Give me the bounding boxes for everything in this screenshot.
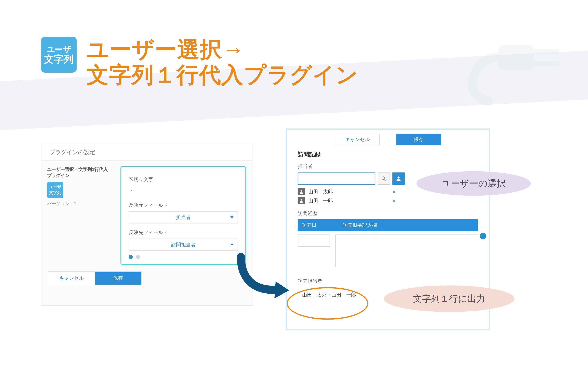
config-box: 区切り文字 反映元フィールド 担当者 反映先フィールド 訪問担当者 [121, 166, 246, 265]
user-name: 山田 一郎 [308, 197, 389, 204]
svg-point-7 [301, 199, 302, 201]
app-icon: ユーザ 文字列 [41, 37, 77, 73]
svg-line-4 [384, 179, 386, 181]
separator-input[interactable] [129, 186, 238, 196]
source-field-label: 反映元フィールド [129, 202, 238, 209]
app-icon-line1: ユーザ [47, 45, 71, 54]
user-search-input[interactable] [298, 173, 375, 185]
visit-owner-label: 訪問担当者 [298, 278, 478, 285]
cancel-button[interactable]: キャンセル [48, 272, 95, 285]
target-field-label: 反映先フィールド [129, 229, 238, 236]
callout-user-select: ユーザーの選択 [416, 171, 531, 196]
history-row: + [298, 231, 478, 270]
pager-dot-1[interactable] [129, 255, 133, 259]
avatar-icon [298, 197, 305, 204]
form-title: 訪問記録 [298, 151, 478, 158]
history-header: 訪問日 訪問概要記入欄 [298, 219, 478, 231]
owner-label: 担当者 [298, 163, 478, 170]
search-icon [381, 176, 387, 182]
user-chip: 山田 太郎 × [298, 188, 396, 195]
history-date-input[interactable] [298, 234, 330, 247]
plugin-settings-panel: プラグインの設定 ユーザー選択→文字列1行代入プラグイン ユーザ 文字列 バージ… [41, 143, 253, 306]
visit-owner-value: 山田 太郎・山田 一郎 [298, 289, 363, 301]
page-title: ユーザー選択→ 文字列１行代入プラグイン [86, 37, 358, 87]
plugin-version: バージョン：1 [47, 201, 112, 207]
separator-label: 区切り文字 [129, 176, 238, 183]
app-icon-line2: 文字列 [44, 54, 73, 64]
callout-string-output: 文字列１行に出力 [384, 285, 515, 312]
stage: ユーザ 文字列 ユーザー選択→ 文字列１行代入プラグイン プラグインの設定 ユー… [0, 0, 588, 367]
settings-header: プラグインの設定 [41, 143, 253, 161]
record-cancel-button[interactable]: キャンセル [335, 134, 380, 145]
plugin-name: ユーザー選択→文字列1行代入プラグイン [47, 166, 112, 179]
add-row-button[interactable]: + [480, 233, 486, 239]
svg-point-3 [382, 177, 385, 180]
title-line-1: ユーザー選択→ [86, 37, 358, 62]
header: ユーザ 文字列 ユーザー選択→ 文字列１行代入プラグイン [41, 37, 572, 87]
search-button[interactable] [378, 173, 390, 185]
user-name: 山田 太郎 [308, 188, 389, 195]
target-field-value: 訪問担当者 [171, 241, 196, 248]
user-chip: 山田 一郎 × [298, 197, 396, 204]
history-summary-input[interactable] [335, 234, 478, 267]
save-button[interactable]: 保存 [95, 272, 141, 285]
source-field-select[interactable]: 担当者 [129, 211, 238, 224]
svg-point-6 [301, 190, 302, 192]
plugin-icon: ユーザ 文字列 [47, 182, 63, 198]
title-line-2: 文字列１行代入プラグイン [86, 62, 358, 87]
person-icon [395, 175, 402, 182]
remove-user-button[interactable]: × [392, 188, 396, 195]
source-field-value: 担当者 [176, 214, 191, 221]
history-col-summary: 訪問概要記入欄 [339, 219, 478, 231]
pager-dots [129, 255, 238, 259]
target-field-select[interactable]: 訪問担当者 [129, 239, 238, 251]
avatar-icon [298, 188, 305, 195]
svg-point-5 [398, 176, 399, 179]
plugin-meta: ユーザー選択→文字列1行代入プラグイン ユーザ 文字列 バージョン：1 [47, 166, 112, 265]
arrow-icon [237, 253, 290, 298]
user-picker-button[interactable] [392, 173, 405, 185]
history-col-date: 訪問日 [298, 219, 339, 231]
pager-dot-2[interactable] [136, 255, 140, 259]
settings-footer: キャンセル 保存 [48, 271, 142, 285]
history-label: 訪問経歴 [298, 210, 478, 217]
remove-user-button[interactable]: × [392, 197, 396, 204]
svg-marker-8 [274, 281, 289, 298]
record-save-button[interactable]: 保存 [396, 134, 441, 145]
